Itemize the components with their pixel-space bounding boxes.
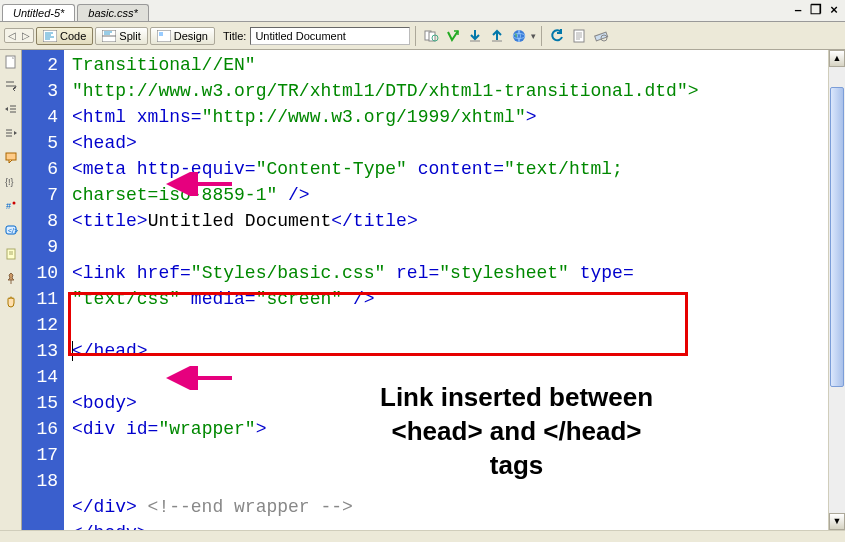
scrollbar-thumb[interactable] (830, 87, 844, 387)
download-icon[interactable] (465, 26, 485, 46)
design-view-label: Design (174, 30, 208, 42)
svg-text:{!}: {!} (5, 177, 14, 187)
comment-icon[interactable] (3, 150, 19, 166)
gutter-line: 15 (22, 390, 58, 416)
window-controls: – ❐ × (791, 2, 841, 16)
code-text: "text/html; (504, 159, 623, 179)
split-view-button[interactable]: Split (95, 27, 147, 45)
split-icon (102, 30, 116, 42)
code-text-area[interactable]: Transitional//EN" "http://www.w3.org/TR/… (64, 50, 828, 530)
file-tools-icon[interactable] (421, 26, 441, 46)
view-toolbar: ◁ ▷ Code Split Design Title: ▾ (0, 22, 845, 50)
code-text: id= (115, 419, 158, 439)
scroll-down-icon[interactable]: ▼ (829, 513, 845, 530)
restore-icon[interactable]: ❐ (809, 2, 823, 16)
document-tabs: Untitled-5* basic.css* – ❐ × (0, 0, 845, 22)
snippet-icon[interactable]: </> (3, 222, 19, 238)
globe-dropdown-icon[interactable]: ▾ (531, 31, 536, 41)
validate-icon[interactable] (443, 26, 463, 46)
svg-text:</>: </> (8, 227, 18, 234)
code-view-button[interactable]: Code (36, 27, 93, 45)
code-text: </body> (72, 523, 148, 530)
code-text: charset=iso-8859-1" (72, 185, 277, 205)
nav-back-icon[interactable]: ◁ (5, 29, 19, 42)
code-text: Transitional//EN" (72, 55, 256, 75)
code-text: </div> (72, 497, 137, 517)
gutter-line: 12 (22, 312, 58, 338)
svg-point-36 (12, 202, 15, 205)
minimize-icon[interactable]: – (791, 2, 805, 16)
pin-icon[interactable] (3, 270, 19, 286)
gutter-line: 10 (22, 260, 58, 286)
line-gutter: 2 3 4 5 6 7 8 9 10 11 12 13 14 15 16 17 … (22, 50, 64, 530)
gutter-line: 13 (22, 338, 58, 364)
nav-arrows: ◁ ▷ (4, 28, 34, 43)
refresh-icon[interactable] (547, 26, 567, 46)
close-icon[interactable]: × (827, 2, 841, 16)
svg-point-16 (513, 30, 525, 42)
tab-untitled-5[interactable]: Untitled-5* (2, 4, 75, 21)
code-text: media= (180, 289, 256, 309)
gutter-line: 3 (22, 78, 58, 104)
code-text: http-equiv= (126, 159, 256, 179)
invalid-code-icon[interactable]: {!} (3, 174, 19, 190)
code-text: href= (126, 263, 191, 283)
svg-rect-18 (574, 30, 584, 42)
design-view-button[interactable]: Design (150, 27, 215, 45)
code-view-label: Code (60, 30, 86, 42)
wrap-icon[interactable] (3, 78, 19, 94)
code-text: </title> (331, 211, 417, 231)
code-text: <html (72, 107, 126, 127)
line-number-icon[interactable]: # (3, 198, 19, 214)
scrollbar-track[interactable] (829, 67, 845, 513)
svg-rect-10 (159, 32, 163, 36)
code-text: <body> (72, 393, 137, 413)
indent-icon[interactable] (3, 126, 19, 142)
gutter-line: 7 (22, 182, 58, 208)
gutter-line: 2 (22, 52, 58, 78)
gutter-line: 14 (22, 364, 58, 390)
tab-basic-css[interactable]: basic.css* (77, 4, 149, 21)
code-text: content= (407, 159, 504, 179)
code-text: <head> (72, 133, 137, 153)
gutter-line: 6 (22, 156, 58, 182)
title-label: Title: (223, 30, 246, 42)
code-text: </head> (72, 341, 148, 361)
document-options-icon[interactable] (569, 26, 589, 46)
code-text: "Styles/basic.css" (191, 263, 385, 283)
code-text: "Content-Type" (256, 159, 407, 179)
globe-icon[interactable] (509, 26, 529, 46)
code-toolbar: {!} # </> (0, 50, 22, 530)
code-text: "wrapper" (158, 419, 255, 439)
gutter-line: 8 (22, 208, 58, 234)
ruler-icon[interactable] (591, 26, 611, 46)
code-text: <div (72, 419, 115, 439)
vertical-scrollbar[interactable]: ▲ ▼ (828, 50, 845, 530)
code-text: type= (569, 263, 634, 283)
split-view-label: Split (119, 30, 140, 42)
code-text: "text/css" (72, 289, 180, 309)
gutter-line: 9 (22, 234, 58, 260)
nav-forward-icon[interactable]: ▷ (19, 29, 33, 42)
code-text: /> (342, 289, 374, 309)
gutter-line: 11 (22, 286, 58, 312)
code-text: Untitled Document (148, 211, 332, 231)
upload-icon[interactable] (487, 26, 507, 46)
scroll-up-icon[interactable]: ▲ (829, 50, 845, 67)
code-text: "screen" (256, 289, 342, 309)
horizontal-scrollbar[interactable] (0, 530, 845, 542)
title-input[interactable] (250, 27, 410, 45)
outdent-icon[interactable] (3, 102, 19, 118)
code-text: <title> (72, 211, 148, 231)
code-text: > (526, 107, 537, 127)
gutter-line: 18 (22, 468, 58, 494)
gutter-line: 17 (22, 442, 58, 468)
svg-rect-0 (43, 30, 57, 42)
hand-icon[interactable] (3, 294, 19, 310)
file-icon[interactable] (3, 54, 19, 70)
code-text: <meta (72, 159, 126, 179)
code-text: xmlns= (126, 107, 202, 127)
gutter-line: 4 (22, 104, 58, 130)
code-text: "http://www.w3.org/1999/xhtml" (202, 107, 526, 127)
format-icon[interactable] (3, 246, 19, 262)
